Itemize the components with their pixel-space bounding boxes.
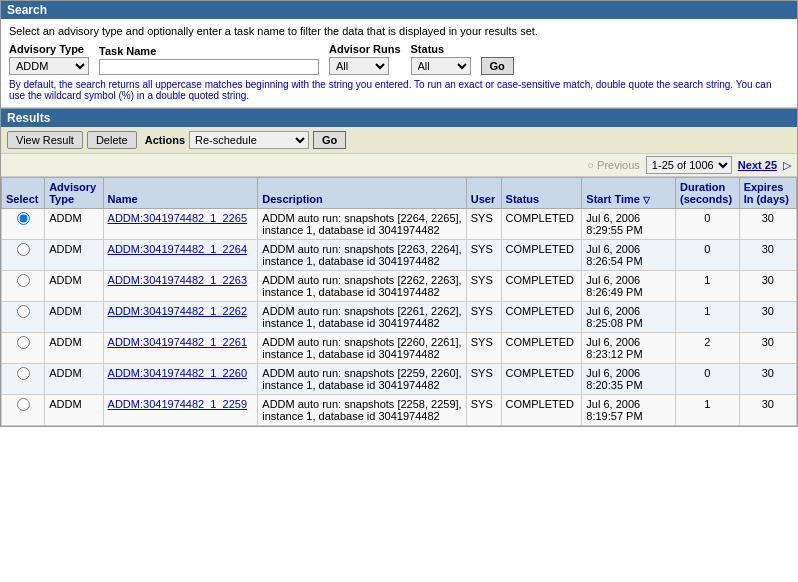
results-table: Select AdvisoryType Name Description Use… (1, 177, 797, 426)
status-cell: COMPLETED (501, 271, 582, 302)
description-cell: ADDM auto run: snapshots [2263, 2264], i… (258, 240, 466, 271)
row-radio[interactable] (17, 305, 30, 318)
results-title: Results (1, 108, 797, 127)
start-time-cell: Jul 6, 2006 8:23:12 PM (582, 333, 676, 364)
status-cell: COMPLETED (501, 364, 582, 395)
user-cell: SYS (466, 333, 501, 364)
col-header-description: Description (258, 178, 466, 209)
row-radio[interactable] (17, 398, 30, 411)
col-header-name: Name (103, 178, 258, 209)
expires-cell: 30 (739, 364, 796, 395)
next-button[interactable]: Next 25 (738, 159, 777, 171)
duration-cell: 2 (676, 333, 740, 364)
task-name-link[interactable]: ADDM:3041974482_1_2263 (108, 274, 247, 286)
description-cell: ADDM auto run: snapshots [2259, 2260], i… (258, 364, 466, 395)
col-header-select: Select (2, 178, 45, 209)
description-cell: ADDM auto run: snapshots [2260, 2261], i… (258, 333, 466, 364)
expires-cell: 30 (739, 302, 796, 333)
table-row: ADDMADDM:3041974482_1_2261ADDM auto run:… (2, 333, 797, 364)
advisor-runs-label: Advisor Runs (329, 43, 401, 55)
actions-select[interactable]: Re-schedule Interrupt Cancel Delete (189, 131, 309, 149)
status-select[interactable]: All COMPLETED RUNNING INTERRUPTED ERROR (411, 57, 471, 75)
table-row: ADDMADDM:3041974482_1_2265ADDM auto run:… (2, 209, 797, 240)
user-cell: SYS (466, 209, 501, 240)
status-cell: COMPLETED (501, 302, 582, 333)
search-description: Select an advisory type and optionally e… (9, 25, 789, 37)
row-radio[interactable] (17, 212, 30, 225)
col-header-user: User (466, 178, 501, 209)
view-result-button[interactable]: View Result (7, 131, 83, 149)
task-name-link[interactable]: ADDM:3041974482_1_2265 (108, 212, 247, 224)
page-select[interactable]: 1-25 of 1006 (646, 156, 732, 174)
expires-cell: 30 (739, 209, 796, 240)
start-time-cell: Jul 6, 2006 8:29:55 PM (582, 209, 676, 240)
user-cell: SYS (466, 302, 501, 333)
task-name-link[interactable]: ADDM:3041974482_1_2259 (108, 398, 247, 410)
task-name-link[interactable]: ADDM:3041974482_1_2260 (108, 367, 247, 379)
table-row: ADDMADDM:3041974482_1_2262ADDM auto run:… (2, 302, 797, 333)
sort-arrow-icon: ▽ (643, 195, 650, 205)
status-cell: COMPLETED (501, 395, 582, 426)
advisor-runs-select[interactable]: All Last First (329, 57, 389, 75)
previous-button: ○ Previous (587, 159, 640, 171)
description-cell: ADDM auto run: snapshots [2262, 2263], i… (258, 271, 466, 302)
duration-cell: 0 (676, 364, 740, 395)
status-cell: COMPLETED (501, 333, 582, 364)
search-go-button[interactable]: Go (481, 57, 514, 75)
table-row: ADDMADDM:3041974482_1_2260ADDM auto run:… (2, 364, 797, 395)
col-header-expires: ExpiresIn (days) (739, 178, 796, 209)
delete-button[interactable]: Delete (87, 131, 137, 149)
task-name-link[interactable]: ADDM:3041974482_1_2264 (108, 243, 247, 255)
user-cell: SYS (466, 395, 501, 426)
duration-cell: 1 (676, 302, 740, 333)
expires-cell: 30 (739, 333, 796, 364)
col-header-advisory: AdvisoryType (45, 178, 103, 209)
task-name-link[interactable]: ADDM:3041974482_1_2261 (108, 336, 247, 348)
expires-cell: 30 (739, 240, 796, 271)
col-header-starttime[interactable]: Start Time ▽ (582, 178, 676, 209)
task-name-label: Task Name (99, 45, 319, 57)
user-cell: SYS (466, 364, 501, 395)
description-cell: ADDM auto run: snapshots [2264, 2265], i… (258, 209, 466, 240)
next-arrow-icon: ▷ (783, 159, 791, 172)
start-time-cell: Jul 6, 2006 8:20:35 PM (582, 364, 676, 395)
advisory-type-cell: ADDM (45, 395, 103, 426)
user-cell: SYS (466, 271, 501, 302)
row-radio[interactable] (17, 336, 30, 349)
row-radio[interactable] (17, 243, 30, 256)
duration-cell: 0 (676, 209, 740, 240)
table-row: ADDMADDM:3041974482_1_2264ADDM auto run:… (2, 240, 797, 271)
row-radio[interactable] (17, 367, 30, 380)
task-name-link[interactable]: ADDM:3041974482_1_2262 (108, 305, 247, 317)
task-name-input[interactable] (99, 59, 319, 75)
row-radio[interactable] (17, 274, 30, 287)
start-time-cell: Jul 6, 2006 8:25:08 PM (582, 302, 676, 333)
search-hint: By default, the search returns all upper… (9, 79, 789, 101)
expires-cell: 30 (739, 395, 796, 426)
expires-cell: 30 (739, 271, 796, 302)
search-title: Search (1, 1, 797, 19)
advisory-type-cell: ADDM (45, 302, 103, 333)
description-cell: ADDM auto run: snapshots [2258, 2259], i… (258, 395, 466, 426)
col-header-duration: Duration(seconds) (676, 178, 740, 209)
user-cell: SYS (466, 240, 501, 271)
start-time-cell: Jul 6, 2006 8:26:49 PM (582, 271, 676, 302)
status-cell: COMPLETED (501, 240, 582, 271)
advisory-type-cell: ADDM (45, 271, 103, 302)
advisory-type-cell: ADDM (45, 364, 103, 395)
advisory-type-cell: ADDM (45, 209, 103, 240)
description-cell: ADDM auto run: snapshots [2261, 2262], i… (258, 302, 466, 333)
status-cell: COMPLETED (501, 209, 582, 240)
advisory-type-cell: ADDM (45, 240, 103, 271)
duration-cell: 1 (676, 271, 740, 302)
advisory-type-select[interactable]: ADDM SQL Access Advisor SQL Tuning Advis… (9, 57, 89, 75)
advisory-type-label: Advisory Type (9, 43, 89, 55)
actions-go-button[interactable]: Go (313, 131, 346, 149)
duration-cell: 1 (676, 395, 740, 426)
status-label: Status (411, 43, 471, 55)
start-time-cell: Jul 6, 2006 8:19:57 PM (582, 395, 676, 426)
start-time-cell: Jul 6, 2006 8:26:54 PM (582, 240, 676, 271)
duration-cell: 0 (676, 240, 740, 271)
actions-label: Actions (145, 134, 185, 146)
col-header-status: Status (501, 178, 582, 209)
